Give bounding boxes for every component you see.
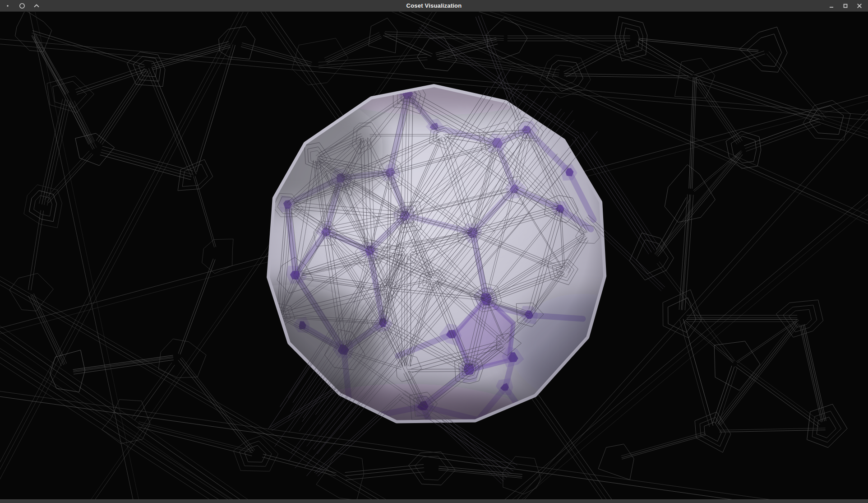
maximize-icon bbox=[842, 2, 849, 9]
minimize-button[interactable] bbox=[828, 2, 835, 9]
titlebar[interactable]: Coset Visualization bbox=[0, 0, 868, 12]
titlebar-right-controls bbox=[828, 0, 863, 12]
close-button[interactable] bbox=[856, 2, 863, 9]
window-title: Coset Visualization bbox=[0, 0, 868, 12]
record-button[interactable] bbox=[18, 2, 26, 9]
chevron-up-icon bbox=[33, 2, 40, 9]
minimize-icon bbox=[828, 2, 835, 9]
circle-icon bbox=[18, 2, 26, 9]
expand-button[interactable] bbox=[33, 2, 40, 9]
maximize-button[interactable] bbox=[842, 2, 849, 9]
titlebar-left-controls bbox=[4, 0, 40, 12]
viewport-canvas[interactable] bbox=[0, 12, 868, 499]
close-icon bbox=[856, 2, 863, 9]
app-window: { "window": { "title": "Coset Visualizat… bbox=[0, 0, 868, 503]
bottom-window-edge bbox=[0, 499, 868, 503]
app-indicator-dot-icon bbox=[4, 2, 11, 9]
